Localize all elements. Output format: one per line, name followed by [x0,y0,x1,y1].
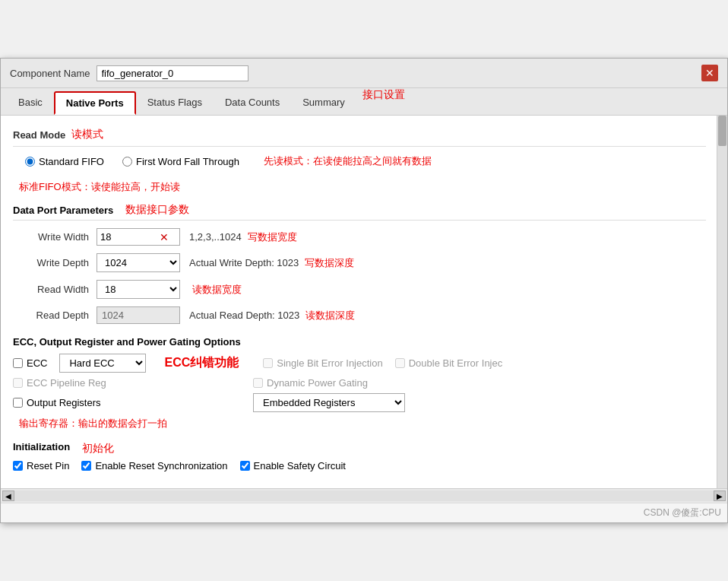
double-bit-label: Double Bit Error Injec [409,357,503,369]
tab-annotation: 接口设置 [362,88,405,115]
output-reg-label: Output Registers [27,397,101,408]
output-reg-annotation: 输出寄存器：输出的数据会打一拍 [19,417,167,429]
ecc-section-title: ECC, Output Register and Power Gating Op… [13,336,706,348]
single-bit-checkbox [263,358,273,368]
dynamic-power-label: Dynamic Power Gating [267,377,368,389]
enable-reset-sync-checkbox[interactable] [81,461,91,471]
read-depth-hint: Actual Read Depth: 1023 [189,310,299,321]
dynamic-power-checkbox-label[interactable]: Dynamic Power Gating [253,377,368,389]
write-depth-label: Write Depth [13,257,97,268]
single-bit-label: Single Bit Error Injection [277,357,382,369]
read-depth-input [97,306,180,324]
data-port-title-row: Data Port Parameters 数据接口参数 [13,200,706,221]
init-row: Reset Pin Enable Reset Synchronization E… [13,460,706,471]
tab-status-flags[interactable]: Status Flags [136,91,214,115]
data-port-section: Data Port Parameters 数据接口参数 Write Width … [13,200,706,325]
write-width-hint: 1,2,3,..1024 [189,231,242,243]
ecc-pipeline-checkbox [13,378,23,388]
enable-safety-label[interactable]: Enable Safety Circuit [240,460,346,471]
read-mode-title: Read Mode [13,129,65,141]
radio-group: Standard FIFO First Word Fall Through 先读… [25,154,706,168]
component-name-label: Component Name [10,68,90,79]
ecc-section: ECC, Output Register and Power Gating Op… [13,336,706,430]
dynamic-power-checkbox [253,378,263,388]
ecc-annotation: ECC纠错功能 [164,355,239,371]
ecc-checkbox[interactable] [13,358,23,368]
dialog-header: Component Name ✕ [1,59,727,88]
reset-pin-text: Reset Pin [27,460,69,471]
output-reg-checkbox[interactable] [13,398,23,408]
write-depth-hint: Actual Write Depth: 1023 [189,257,299,268]
scrollbar-thumb[interactable] [718,116,726,146]
standard-fifo-radio-label[interactable]: Standard FIFO [25,156,104,167]
watermark: CSDN @傻蛋:CPU [1,503,727,522]
ecc-type-select[interactable]: Hard ECC Soft ECC [59,354,146,373]
data-port-annotation: 数据接口参数 [125,203,189,217]
tab-basic[interactable]: Basic [7,91,54,115]
output-reg-checkbox-label[interactable]: Output Registers [13,397,127,408]
ecc-pipeline-checkbox-label[interactable]: ECC Pipeline Reg [13,377,127,389]
main-dialog: Component Name ✕ Basic Native Ports Stat… [0,58,728,523]
main-content: Read Mode 读模式 Standard FIFO First Word F… [1,116,727,488]
init-annotation: 初始化 [82,442,114,456]
ecc-row-2: ECC Pipeline Reg Dynamic Power Gating [13,377,706,389]
write-depth-row: Write Depth 1024 512 256 2048 Actual Wri… [13,252,706,274]
enable-safety-checkbox[interactable] [240,461,250,471]
ecc-row-1: ECC Hard ECC Soft ECC ECC纠错功能 Single Bit… [13,354,706,373]
write-width-row: Write Width ✕ 1,2,3,..1024 写数据宽度 [13,227,706,247]
write-width-input[interactable] [97,229,158,245]
fwft-radio[interactable] [122,157,132,167]
component-name-row: Component Name [10,65,248,81]
component-name-input[interactable] [97,65,248,81]
double-bit-checkbox-label[interactable]: Double Bit Error Injec [395,357,503,369]
read-mode-section: Read Mode 读模式 Standard FIFO First Word F… [13,128,706,194]
output-reg-row: Output Registers Embedded Registers Fabr… [13,393,706,412]
write-depth-select[interactable]: 1024 512 256 2048 [97,253,180,272]
reset-pin-label[interactable]: Reset Pin [13,460,69,471]
fwft-label: First Word Fall Through [136,156,239,167]
tab-data-counts[interactable]: Data Counts [214,91,291,115]
enable-reset-sync-text: Enable Reset Synchronization [95,460,227,471]
single-bit-checkbox-label[interactable]: Single Bit Error Injection [263,357,382,369]
scroll-left-btn[interactable]: ◀ [2,491,14,501]
bottom-scrollbar: ◀ ▶ [1,488,727,503]
write-width-annotation: 写数据宽度 [248,230,297,244]
read-depth-annotation: 读数据深度 [305,309,355,322]
close-button[interactable]: ✕ [701,65,718,81]
enable-safety-text: Enable Safety Circuit [254,460,346,471]
standard-fifo-radio[interactable] [25,157,35,167]
write-depth-annotation: 写数据深度 [305,256,354,270]
write-width-clear-btn[interactable]: ✕ [158,231,170,243]
tab-bar: Basic Native Ports Status Flags Data Cou… [1,88,727,116]
read-width-row: Read Width 18 8 32 读数据宽度 [13,278,706,300]
read-depth-row: Read Depth Actual Read Depth: 1023 读数据深度 [13,305,706,325]
double-bit-checkbox [395,358,405,368]
init-title: Initialization [13,441,70,452]
standard-fifo-label: Standard FIFO [39,156,104,167]
standard-fifo-annotation: 标准FIFO模式：读使能拉高，开始读 [19,181,180,192]
tab-native-ports[interactable]: Native Ports [54,91,136,115]
read-depth-label: Read Depth [13,310,97,321]
ecc-label: ECC [27,357,47,369]
scroll-track[interactable] [14,491,714,501]
read-width-annotation: 读数据宽度 [192,283,242,297]
read-width-label: Read Width [13,284,97,295]
write-width-label: Write Width [13,231,97,243]
reset-pin-checkbox[interactable] [13,461,23,471]
ecc-pipeline-label: ECC Pipeline Reg [27,377,106,389]
embedded-select[interactable]: Embedded Registers Fabric Registers [253,393,405,412]
fifo-mode-annotation: 先读模式：在读使能拉高之间就有数据 [264,154,432,168]
fwft-radio-label[interactable]: First Word Fall Through [122,156,239,167]
init-section: Initialization 初始化 Reset Pin Enable Rese… [13,441,706,471]
scrollbar[interactable] [717,116,727,488]
data-port-title: Data Port Parameters [13,205,113,216]
read-mode-annotation: 读模式 [71,128,103,141]
enable-reset-sync-label[interactable]: Enable Reset Synchronization [81,460,227,471]
tab-summary[interactable]: Summary [291,91,356,115]
write-width-input-wrap[interactable]: ✕ [97,228,180,246]
scroll-right-btn[interactable]: ▶ [714,491,726,501]
ecc-checkbox-label[interactable]: ECC [13,357,47,369]
read-width-select[interactable]: 18 8 32 [97,280,180,299]
